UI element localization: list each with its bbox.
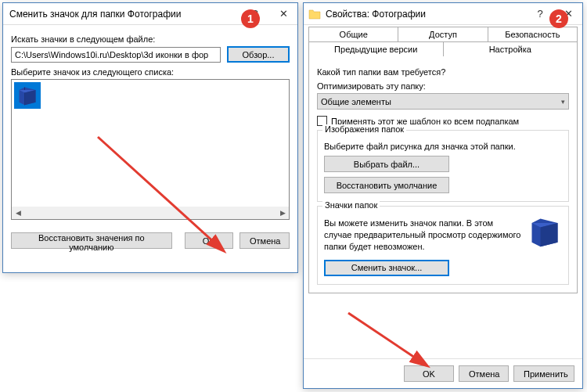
- tab-general[interactable]: Общие: [308, 27, 398, 42]
- tab-panel-customize: Какой тип папки вам требуется? Оптимизир…: [308, 56, 578, 293]
- folder-icons-group: Значки папок Вы можете изменить значок п…: [317, 206, 569, 285]
- change-icon-dialog: Сменить значок для папки Фотографии ? ✕ …: [2, 2, 298, 273]
- list-label: Выберите значок из следующего списка:: [11, 67, 290, 77]
- folder-icons-desc: Вы можете изменить значок папки. В этом …: [324, 218, 562, 253]
- close-button[interactable]: ✕: [269, 4, 297, 24]
- folder-images-title: Изображения папок: [322, 124, 406, 134]
- tabs-area: Общие Доступ Безопасность Предыдущие вер…: [304, 25, 582, 293]
- annotation-badge-2: 2: [549, 9, 568, 28]
- titlebar: Свойства: Фотографии ? ✕: [304, 3, 582, 25]
- chevron-down-icon: ▾: [561, 98, 565, 106]
- optimize-label: Оптимизировать эту папку:: [317, 81, 569, 91]
- tab-previous-versions[interactable]: Предыдущие версии: [308, 41, 444, 56]
- optimize-value: Общие элементы: [321, 97, 391, 106]
- ok-button[interactable]: OK: [185, 232, 233, 249]
- change-icon-button[interactable]: Сменить значок...: [324, 260, 449, 276]
- browse-button[interactable]: Обзор...: [227, 46, 290, 63]
- folder-type-question: Какой тип папки вам требуется?: [317, 67, 569, 77]
- dialog-title: Сменить значок для папки Фотографии: [3, 9, 241, 20]
- ok-button[interactable]: OK: [404, 365, 454, 382]
- folder-preview-icon: [528, 214, 562, 249]
- dialog-title: Свойства: Фотографии: [326, 9, 526, 20]
- folder-icon: [308, 8, 321, 20]
- folder-3d-icon: [16, 85, 38, 106]
- annotation-badge-1: 1: [241, 9, 260, 28]
- icon-list[interactable]: ◀ ▶: [11, 79, 290, 220]
- folder-icons-title: Значки папок: [322, 200, 380, 210]
- scroll-left-button[interactable]: ◀: [12, 207, 24, 219]
- folder-images-group: Изображения папок Выберите файл рисунка …: [317, 130, 569, 202]
- dialog-content: Искать значки в следующем файле: Обзор..…: [3, 25, 297, 255]
- properties-dialog: Свойства: Фотографии ? ✕ Общие Доступ Бе…: [303, 2, 583, 389]
- optimize-dropdown[interactable]: Общие элементы ▾: [317, 93, 569, 110]
- tab-sharing[interactable]: Доступ: [398, 27, 488, 42]
- icon-path-input[interactable]: [11, 47, 221, 63]
- tab-security[interactable]: Безопасность: [488, 27, 578, 42]
- folder-images-desc: Выберите файл рисунка для значка этой па…: [324, 142, 562, 151]
- scroll-right-button[interactable]: ▶: [276, 207, 289, 219]
- tab-customize[interactable]: Настройка: [444, 41, 578, 56]
- icon-list-item-selected[interactable]: [14, 82, 41, 109]
- search-label: Искать значки в следующем файле:: [11, 34, 290, 44]
- apply-button[interactable]: Применить: [513, 365, 574, 382]
- cancel-button[interactable]: Отмена: [239, 232, 290, 249]
- cancel-button[interactable]: Отмена: [459, 365, 509, 382]
- choose-file-button[interactable]: Выбрать файл...: [324, 156, 449, 172]
- restore-defaults-button[interactable]: Восстановить значения по умолчанию: [11, 232, 172, 249]
- horizontal-scrollbar[interactable]: ◀ ▶: [12, 207, 289, 219]
- restore-default-button[interactable]: Восстановить умолчание: [324, 177, 449, 193]
